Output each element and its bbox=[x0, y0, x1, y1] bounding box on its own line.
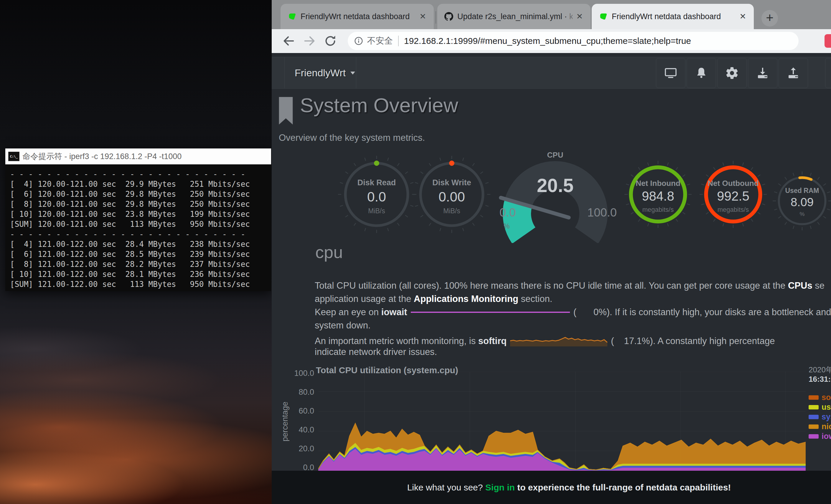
iowait-value: 0% bbox=[594, 307, 607, 317]
gauge-net-inbound[interactable]: Net Inbound 984.8 megabits/s bbox=[624, 160, 692, 228]
y-tick: 40.0 bbox=[284, 425, 314, 435]
gauge-value: 0.00 bbox=[412, 189, 491, 205]
terminal-window[interactable]: C:\_ 命令提示符 - iperf3 -c 192.168.1.2 -P4 -… bbox=[5, 148, 271, 291]
forward-icon[interactable] bbox=[303, 34, 316, 48]
y-axis-ticks: 100.080.060.040.020.00.0 bbox=[284, 369, 314, 475]
cpus-link[interactable]: CPUs bbox=[788, 280, 812, 291]
browser-window: FriendlyWrt netdata dashboard ✕ Update r… bbox=[272, 0, 831, 504]
gauge-unit: megabits/s bbox=[624, 206, 692, 213]
address-bar[interactable]: 不安全 192.168.2.1:19999/#menu_system_subme… bbox=[348, 32, 799, 50]
gauge-unit: MiB/s bbox=[412, 207, 491, 215]
legend-label: iowait bbox=[822, 432, 831, 441]
gauge-cpu[interactable]: CPU 20.5 0.0 100.0 % bbox=[492, 149, 619, 243]
cpu-help-line-3: Keep an eye on iowait(0%). If it is cons… bbox=[315, 307, 831, 318]
cpu-section-heading: cpu bbox=[315, 242, 343, 262]
tab-github[interactable]: Update r2s_lean_minimal.yml · k ✕ bbox=[437, 4, 591, 29]
reload-icon[interactable] bbox=[323, 34, 337, 48]
terminal-titlebar[interactable]: C:\_ 命令提示符 - iperf3 -c 192.168.1.2 -P4 -… bbox=[5, 148, 271, 165]
tab-strip: FriendlyWrt netdata dashboard ✕ Update r… bbox=[272, 0, 831, 29]
gauge-label: Used RAM bbox=[773, 187, 831, 195]
terminal-output[interactable]: - - - - - - - - - - - - - - - - - - - - … bbox=[5, 165, 271, 291]
close-icon[interactable]: ✕ bbox=[419, 12, 426, 21]
legend-swatch bbox=[809, 405, 819, 410]
display-icon-button[interactable] bbox=[656, 58, 685, 88]
security-label[interactable]: 不安全 bbox=[367, 35, 393, 47]
y-tick: 60.0 bbox=[284, 407, 314, 416]
legend-label: system bbox=[822, 412, 831, 421]
gauge-label: Disk Read bbox=[337, 178, 417, 187]
back-icon[interactable] bbox=[282, 34, 295, 48]
tab-title: FriendlyWrt netdata dashboard bbox=[300, 12, 416, 21]
bell-icon bbox=[694, 66, 709, 80]
legend-label: user bbox=[822, 403, 831, 412]
legend-label: nice bbox=[822, 422, 831, 431]
cpu-help-line-4: system down. bbox=[315, 320, 371, 331]
gauge-used-ram[interactable]: Used RAM 8.09 % bbox=[773, 172, 831, 230]
gauge-min: 0.0 bbox=[499, 206, 516, 219]
gauge-value: 992.5 bbox=[699, 189, 767, 204]
netdata-icon bbox=[599, 12, 608, 21]
gauge-net-outbound[interactable]: Net Outbound 992.5 megabits/s bbox=[699, 160, 767, 228]
chart-legend[interactable]: softirqusersystemniceiowait bbox=[809, 394, 831, 443]
y-tick: 20.0 bbox=[284, 444, 314, 453]
extension-icon[interactable] bbox=[825, 34, 831, 48]
info-icon[interactable] bbox=[354, 36, 364, 46]
chevron-down-icon bbox=[350, 71, 355, 75]
cpu-help-line-2: application usage at the Applications Mo… bbox=[315, 294, 552, 304]
gauge-disk-read[interactable]: Disk Read 0.0 MiB/s bbox=[337, 155, 417, 234]
chart-time: 16:31:2 bbox=[809, 375, 831, 384]
export-button[interactable] bbox=[778, 58, 808, 88]
host-menu[interactable]: FriendlyWrt bbox=[295, 57, 355, 88]
export-icon bbox=[786, 66, 800, 80]
gauge-unit: megabits/s bbox=[699, 206, 767, 213]
gauge-unit: % bbox=[504, 223, 510, 230]
signin-link[interactable]: Sign in bbox=[485, 482, 515, 492]
bookmark-icon bbox=[278, 97, 294, 125]
signin-bar: Like what you see? Sign in to experience… bbox=[272, 471, 831, 504]
applications-monitoring-link[interactable]: Applications Monitoring bbox=[414, 294, 518, 304]
display-icon bbox=[664, 66, 678, 80]
stacked-area-chart bbox=[318, 372, 806, 471]
gauge-label: CPU bbox=[492, 150, 619, 160]
partial-button[interactable] bbox=[825, 58, 831, 88]
alarms-button[interactable] bbox=[687, 58, 716, 88]
softirq-value: 17.1% bbox=[624, 336, 650, 346]
softirq-sparkline[interactable] bbox=[510, 333, 607, 347]
settings-button[interactable] bbox=[717, 58, 747, 88]
gauge-unit: % bbox=[773, 211, 831, 217]
close-icon[interactable]: ✕ bbox=[576, 12, 583, 21]
legend-item-softirq[interactable]: softirq bbox=[809, 394, 831, 401]
tab-title: Update r2s_lean_minimal.yml · k bbox=[457, 12, 573, 21]
terminal-title: 命令提示符 - iperf3 -c 192.168.1.2 -P4 -t1000 bbox=[22, 151, 181, 162]
new-tab-button[interactable]: + bbox=[762, 10, 778, 27]
cpu-help-line-1: Total CPU utilization (all cores). 100% … bbox=[315, 280, 825, 291]
legend-item-system[interactable]: system bbox=[809, 414, 831, 420]
signin-text: Like what you see? bbox=[407, 482, 485, 492]
legend-label: softirq bbox=[822, 393, 831, 402]
browser-toolbar: 不安全 192.168.2.1:19999/#menu_system_subme… bbox=[272, 29, 831, 53]
tab-netdata-1[interactable]: FriendlyWrt netdata dashboard ✕ bbox=[281, 4, 434, 29]
close-icon[interactable]: ✕ bbox=[739, 12, 746, 21]
gear-icon bbox=[725, 66, 739, 80]
gauge-disk-write[interactable]: Disk Write 0.00 MiB/s bbox=[412, 155, 491, 234]
github-icon bbox=[445, 12, 453, 21]
tab-netdata-2-active[interactable]: FriendlyWrt netdata dashboard ✕ bbox=[592, 4, 754, 29]
cpu-help-line-5: An important metric worth monitoring, is… bbox=[315, 333, 775, 347]
url-text[interactable]: 192.168.2.1:19999/#menu_system_submenu_c… bbox=[404, 36, 691, 46]
divider bbox=[284, 57, 285, 88]
gauge-max: 100.0 bbox=[587, 206, 617, 219]
signin-text-2: to experience the full-range of netdata … bbox=[515, 482, 731, 492]
page-title: System Overview bbox=[300, 94, 458, 117]
netdata-icon bbox=[288, 12, 296, 21]
cpu-help-line-6: indicate network driver issues. bbox=[315, 347, 437, 357]
legend-item-user[interactable]: user bbox=[809, 404, 831, 410]
gauge-value: 20.5 bbox=[492, 175, 619, 197]
cpu-chart-plot[interactable] bbox=[318, 372, 806, 471]
legend-item-iowait[interactable]: iowait bbox=[809, 433, 831, 440]
cmd-icon: C:\_ bbox=[8, 152, 20, 161]
import-button[interactable] bbox=[748, 58, 777, 88]
chart-date: 2020年3 bbox=[809, 365, 831, 375]
legend-item-nice[interactable]: nice bbox=[809, 423, 831, 430]
iowait-sparkline[interactable] bbox=[411, 312, 570, 313]
gauge-label: Disk Write bbox=[412, 178, 491, 187]
